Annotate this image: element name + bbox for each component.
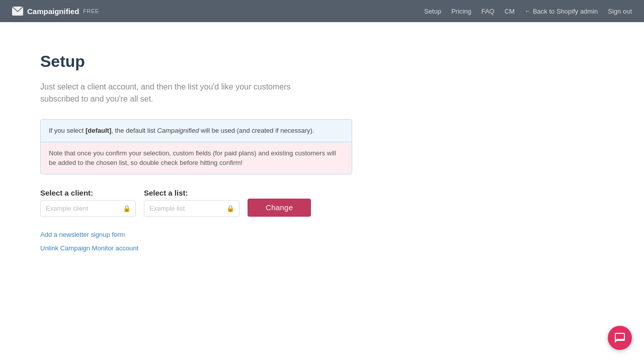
list-field-group: Select a list: 🔒	[144, 189, 239, 217]
chat-button[interactable]	[608, 326, 632, 350]
list-input[interactable]	[144, 200, 239, 217]
arrow-left-icon: ←	[525, 8, 531, 15]
client-lock-icon: 🔒	[123, 205, 131, 212]
list-lock-icon: 🔒	[226, 205, 234, 212]
nav-links: Setup Pricing FAQ CM ← Back to Shopify a…	[424, 8, 632, 15]
notice-container: If you select [default], the default lis…	[40, 119, 352, 174]
page-title: Setup	[40, 52, 604, 71]
add-signup-form-link[interactable]: Add a newsletter signup form	[40, 231, 604, 238]
list-input-wrapper: 🔒	[144, 200, 239, 217]
nav-cm[interactable]: CM	[505, 8, 515, 15]
client-input-wrapper: 🔒	[40, 200, 136, 217]
nav-pricing[interactable]: Pricing	[451, 8, 471, 15]
notice-blue: If you select [default], the default lis…	[41, 120, 352, 142]
logo-icon	[12, 7, 23, 16]
brand-name: Campaignified	[27, 7, 79, 16]
client-label: Select a client:	[40, 189, 136, 197]
plan-badge: FREE	[83, 8, 99, 14]
nav-faq[interactable]: FAQ	[481, 8, 495, 15]
nav-signout[interactable]: Sign out	[608, 8, 632, 15]
change-button[interactable]: Change	[248, 199, 311, 217]
navbar: Campaignified FREE Setup Pricing FAQ CM …	[0, 0, 644, 22]
unlink-account-link[interactable]: Unlink Campaign Monitor account	[40, 244, 604, 252]
client-field-group: Select a client: 🔒	[40, 189, 136, 217]
chat-bubble-icon	[614, 332, 626, 344]
default-tag: [default]	[86, 127, 111, 134]
notice-pink: Note that once you confirm your selectio…	[41, 142, 352, 174]
client-input[interactable]	[40, 200, 136, 217]
main-content: Setup Just select a client account, and …	[0, 22, 644, 362]
brand-logo: Campaignified FREE	[12, 7, 99, 16]
app-name-italic: Campaignified	[157, 127, 199, 134]
nav-back-to-shopify[interactable]: ← Back to Shopify admin	[525, 8, 598, 15]
action-links: Add a newsletter signup form Unlink Camp…	[40, 231, 604, 252]
nav-setup[interactable]: Setup	[424, 8, 441, 15]
form-section: Select a client: 🔒 Select a list: 🔒 Chan…	[40, 189, 604, 217]
list-label: Select a list:	[144, 189, 239, 197]
page-subtitle: Just select a client account, and then t…	[40, 81, 352, 105]
